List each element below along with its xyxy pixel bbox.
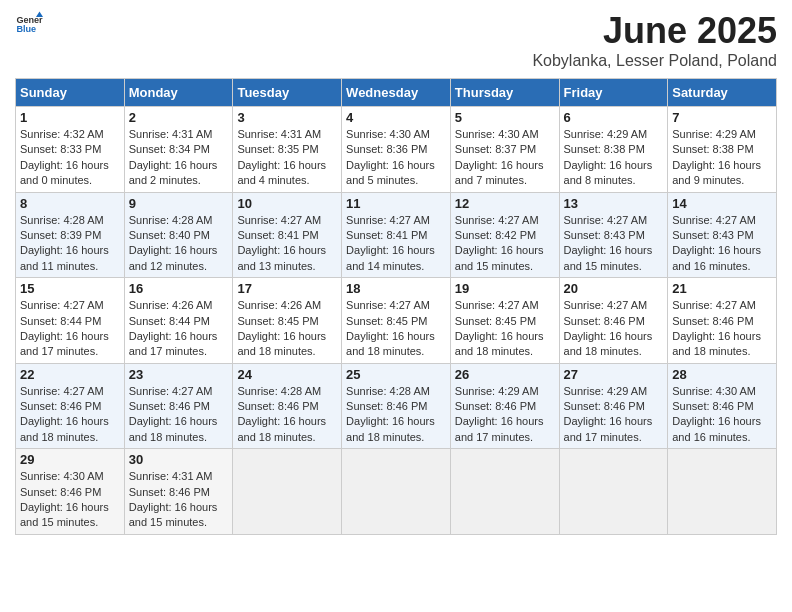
day-number: 24 bbox=[237, 367, 337, 382]
day-number: 9 bbox=[129, 196, 229, 211]
page-header: General Blue June 2025 Kobylanka, Lesser… bbox=[15, 10, 777, 70]
day-number: 5 bbox=[455, 110, 555, 125]
day-number: 14 bbox=[672, 196, 772, 211]
calendar-cell: 18Sunrise: 4:27 AMSunset: 8:45 PMDayligh… bbox=[342, 278, 451, 364]
svg-text:Blue: Blue bbox=[16, 24, 36, 34]
calendar-cell: 1Sunrise: 4:32 AMSunset: 8:33 PMDaylight… bbox=[16, 107, 125, 193]
logo-icon: General Blue bbox=[15, 10, 43, 38]
calendar-cell: 4Sunrise: 4:30 AMSunset: 8:36 PMDaylight… bbox=[342, 107, 451, 193]
day-info: Sunrise: 4:27 AMSunset: 8:45 PMDaylight:… bbox=[455, 298, 555, 360]
day-info: Sunrise: 4:27 AMSunset: 8:44 PMDaylight:… bbox=[20, 298, 120, 360]
calendar-cell: 3Sunrise: 4:31 AMSunset: 8:35 PMDaylight… bbox=[233, 107, 342, 193]
logo: General Blue bbox=[15, 10, 43, 38]
day-info: Sunrise: 4:32 AMSunset: 8:33 PMDaylight:… bbox=[20, 127, 120, 189]
day-info: Sunrise: 4:31 AMSunset: 8:34 PMDaylight:… bbox=[129, 127, 229, 189]
calendar-cell bbox=[342, 449, 451, 535]
calendar-cell: 29Sunrise: 4:30 AMSunset: 8:46 PMDayligh… bbox=[16, 449, 125, 535]
day-number: 15 bbox=[20, 281, 120, 296]
day-number: 17 bbox=[237, 281, 337, 296]
day-number: 3 bbox=[237, 110, 337, 125]
day-info: Sunrise: 4:31 AMSunset: 8:35 PMDaylight:… bbox=[237, 127, 337, 189]
day-number: 26 bbox=[455, 367, 555, 382]
calendar-week-row: 1Sunrise: 4:32 AMSunset: 8:33 PMDaylight… bbox=[16, 107, 777, 193]
day-number: 22 bbox=[20, 367, 120, 382]
day-info: Sunrise: 4:27 AMSunset: 8:42 PMDaylight:… bbox=[455, 213, 555, 275]
day-number: 18 bbox=[346, 281, 446, 296]
day-info: Sunrise: 4:30 AMSunset: 8:46 PMDaylight:… bbox=[672, 384, 772, 446]
calendar-cell bbox=[450, 449, 559, 535]
day-number: 4 bbox=[346, 110, 446, 125]
day-info: Sunrise: 4:29 AMSunset: 8:46 PMDaylight:… bbox=[455, 384, 555, 446]
day-info: Sunrise: 4:26 AMSunset: 8:45 PMDaylight:… bbox=[237, 298, 337, 360]
day-info: Sunrise: 4:31 AMSunset: 8:46 PMDaylight:… bbox=[129, 469, 229, 531]
day-info: Sunrise: 4:30 AMSunset: 8:36 PMDaylight:… bbox=[346, 127, 446, 189]
calendar-cell: 11Sunrise: 4:27 AMSunset: 8:41 PMDayligh… bbox=[342, 192, 451, 278]
day-info: Sunrise: 4:28 AMSunset: 8:40 PMDaylight:… bbox=[129, 213, 229, 275]
weekday-header: Thursday bbox=[450, 79, 559, 107]
weekday-header: Monday bbox=[124, 79, 233, 107]
day-number: 7 bbox=[672, 110, 772, 125]
calendar-cell: 2Sunrise: 4:31 AMSunset: 8:34 PMDaylight… bbox=[124, 107, 233, 193]
day-number: 13 bbox=[564, 196, 664, 211]
calendar-cell: 30Sunrise: 4:31 AMSunset: 8:46 PMDayligh… bbox=[124, 449, 233, 535]
day-info: Sunrise: 4:27 AMSunset: 8:46 PMDaylight:… bbox=[564, 298, 664, 360]
calendar-cell: 28Sunrise: 4:30 AMSunset: 8:46 PMDayligh… bbox=[668, 363, 777, 449]
day-info: Sunrise: 4:27 AMSunset: 8:41 PMDaylight:… bbox=[237, 213, 337, 275]
calendar-cell: 9Sunrise: 4:28 AMSunset: 8:40 PMDaylight… bbox=[124, 192, 233, 278]
day-number: 23 bbox=[129, 367, 229, 382]
calendar-cell: 26Sunrise: 4:29 AMSunset: 8:46 PMDayligh… bbox=[450, 363, 559, 449]
day-number: 1 bbox=[20, 110, 120, 125]
day-number: 11 bbox=[346, 196, 446, 211]
calendar-week-row: 15Sunrise: 4:27 AMSunset: 8:44 PMDayligh… bbox=[16, 278, 777, 364]
day-info: Sunrise: 4:28 AMSunset: 8:46 PMDaylight:… bbox=[237, 384, 337, 446]
day-info: Sunrise: 4:27 AMSunset: 8:45 PMDaylight:… bbox=[346, 298, 446, 360]
day-number: 27 bbox=[564, 367, 664, 382]
day-number: 8 bbox=[20, 196, 120, 211]
calendar-cell: 23Sunrise: 4:27 AMSunset: 8:46 PMDayligh… bbox=[124, 363, 233, 449]
calendar-week-row: 29Sunrise: 4:30 AMSunset: 8:46 PMDayligh… bbox=[16, 449, 777, 535]
day-number: 19 bbox=[455, 281, 555, 296]
day-info: Sunrise: 4:29 AMSunset: 8:38 PMDaylight:… bbox=[672, 127, 772, 189]
day-number: 21 bbox=[672, 281, 772, 296]
day-info: Sunrise: 4:27 AMSunset: 8:41 PMDaylight:… bbox=[346, 213, 446, 275]
calendar-cell: 24Sunrise: 4:28 AMSunset: 8:46 PMDayligh… bbox=[233, 363, 342, 449]
day-info: Sunrise: 4:27 AMSunset: 8:46 PMDaylight:… bbox=[672, 298, 772, 360]
calendar-cell: 15Sunrise: 4:27 AMSunset: 8:44 PMDayligh… bbox=[16, 278, 125, 364]
month-title: June 2025 bbox=[532, 10, 777, 52]
day-info: Sunrise: 4:30 AMSunset: 8:46 PMDaylight:… bbox=[20, 469, 120, 531]
day-info: Sunrise: 4:28 AMSunset: 8:39 PMDaylight:… bbox=[20, 213, 120, 275]
calendar-week-row: 8Sunrise: 4:28 AMSunset: 8:39 PMDaylight… bbox=[16, 192, 777, 278]
calendar-cell: 14Sunrise: 4:27 AMSunset: 8:43 PMDayligh… bbox=[668, 192, 777, 278]
location-title: Kobylanka, Lesser Poland, Poland bbox=[532, 52, 777, 70]
weekday-header: Wednesday bbox=[342, 79, 451, 107]
day-number: 30 bbox=[129, 452, 229, 467]
weekday-header: Sunday bbox=[16, 79, 125, 107]
calendar-cell: 7Sunrise: 4:29 AMSunset: 8:38 PMDaylight… bbox=[668, 107, 777, 193]
day-info: Sunrise: 4:29 AMSunset: 8:46 PMDaylight:… bbox=[564, 384, 664, 446]
calendar-cell: 10Sunrise: 4:27 AMSunset: 8:41 PMDayligh… bbox=[233, 192, 342, 278]
calendar-cell: 22Sunrise: 4:27 AMSunset: 8:46 PMDayligh… bbox=[16, 363, 125, 449]
calendar-cell: 17Sunrise: 4:26 AMSunset: 8:45 PMDayligh… bbox=[233, 278, 342, 364]
day-info: Sunrise: 4:30 AMSunset: 8:37 PMDaylight:… bbox=[455, 127, 555, 189]
calendar-cell: 20Sunrise: 4:27 AMSunset: 8:46 PMDayligh… bbox=[559, 278, 668, 364]
day-number: 20 bbox=[564, 281, 664, 296]
day-number: 25 bbox=[346, 367, 446, 382]
calendar-cell: 27Sunrise: 4:29 AMSunset: 8:46 PMDayligh… bbox=[559, 363, 668, 449]
weekday-header: Tuesday bbox=[233, 79, 342, 107]
day-info: Sunrise: 4:28 AMSunset: 8:46 PMDaylight:… bbox=[346, 384, 446, 446]
calendar-cell: 5Sunrise: 4:30 AMSunset: 8:37 PMDaylight… bbox=[450, 107, 559, 193]
weekday-header: Friday bbox=[559, 79, 668, 107]
calendar-cell bbox=[559, 449, 668, 535]
day-number: 10 bbox=[237, 196, 337, 211]
day-info: Sunrise: 4:29 AMSunset: 8:38 PMDaylight:… bbox=[564, 127, 664, 189]
calendar-table: SundayMondayTuesdayWednesdayThursdayFrid… bbox=[15, 78, 777, 535]
day-info: Sunrise: 4:27 AMSunset: 8:43 PMDaylight:… bbox=[672, 213, 772, 275]
title-area: June 2025 Kobylanka, Lesser Poland, Pola… bbox=[532, 10, 777, 70]
calendar-header-row: SundayMondayTuesdayWednesdayThursdayFrid… bbox=[16, 79, 777, 107]
day-info: Sunrise: 4:27 AMSunset: 8:46 PMDaylight:… bbox=[20, 384, 120, 446]
calendar-cell: 19Sunrise: 4:27 AMSunset: 8:45 PMDayligh… bbox=[450, 278, 559, 364]
calendar-cell: 13Sunrise: 4:27 AMSunset: 8:43 PMDayligh… bbox=[559, 192, 668, 278]
day-number: 12 bbox=[455, 196, 555, 211]
weekday-header: Saturday bbox=[668, 79, 777, 107]
calendar-cell: 6Sunrise: 4:29 AMSunset: 8:38 PMDaylight… bbox=[559, 107, 668, 193]
